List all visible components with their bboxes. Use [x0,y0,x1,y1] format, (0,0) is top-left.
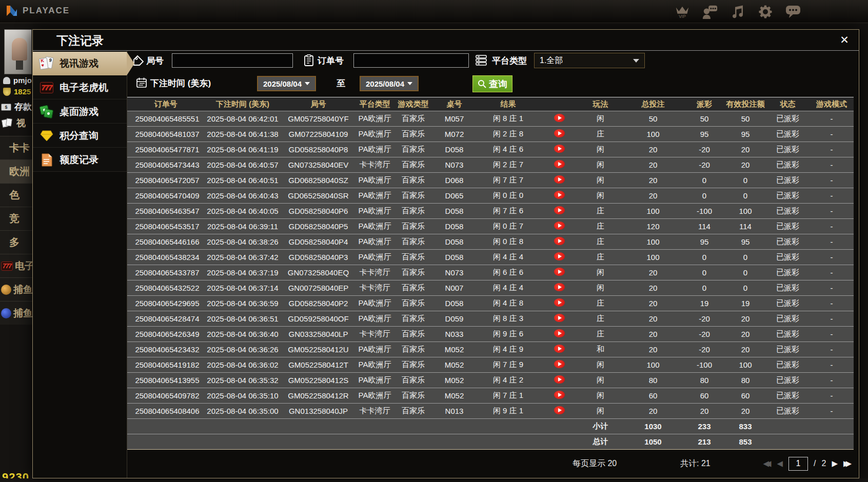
replay-play-icon[interactable] [554,360,565,368]
search-button[interactable]: 查询 [472,75,512,92]
cell-platform: PA欧洲厅 [356,204,394,219]
subtotal-payout: 233 [684,419,725,434]
replay-play-icon[interactable] [554,114,565,122]
bg-nav-kaka[interactable]: 卡卡 [0,136,33,159]
replay-play-icon[interactable] [554,268,565,276]
replay-play-icon[interactable] [554,206,565,214]
cell-bet-type: 闲 [579,188,622,204]
cell-order-id: 250804065485551 [127,111,204,127]
cell-round-id: GD058258040P8 [281,142,356,157]
deposit-fragment[interactable]: $ 存款 [1,101,32,113]
bg-nav-duo[interactable]: 多 [0,230,33,254]
tab-video-games[interactable]: 9K♥ 视讯游戏 [33,52,127,75]
replay-play-icon[interactable] [554,298,565,307]
replay-play-icon[interactable] [554,252,565,260]
pager-controls: ◀◀ ◀ 1 / 2 ▶ ▶▶ [763,451,852,476]
tab-slots[interactable]: 777 电子老虎机 [33,76,127,99]
topbar-icons: VIP [674,3,801,21]
cell-round-id: GM0522580412S [281,373,356,388]
cell-bet-time: 2025-08-04 06:41:38 [204,127,281,142]
order-id-label: 订单号 [318,55,344,67]
cell-status: 已派彩 [766,357,810,373]
bg-nav-slots[interactable]: 777 电子 [0,254,33,277]
cell-table-no: D068 [432,173,476,188]
cell-table-no: D059 [432,311,476,327]
cell-valid-bet: 20 [725,157,766,173]
table-row: 250804065477871 2025-08-04 06:41:19 GD05… [127,142,854,157]
table-row: 250804065446166 2025-08-04 06:38:26 GD05… [127,234,854,250]
last-page-icon[interactable]: ▶▶ [843,459,852,468]
replay-play-icon[interactable] [554,406,565,414]
tab-quota-records[interactable]: 额度记录 [33,148,127,172]
table-row: 250804065429695 2025-08-04 06:36:59 GD05… [127,296,854,311]
avatar[interactable] [4,29,32,74]
platform-type-dropdown[interactable]: 1.全部 [534,53,645,68]
replay-play-icon[interactable] [554,175,565,184]
cell-replay [540,250,579,265]
cell-total-bet: 100 [622,357,684,373]
first-page-icon[interactable]: ◀◀ [763,459,771,468]
cell-payout: -100 [684,204,725,219]
tab-points-query[interactable]: 积分查询 [33,124,127,148]
next-page-icon[interactable]: ▶ [832,459,838,468]
cell-game-type: 百家乐 [394,188,432,204]
table-row: 250804065423432 2025-08-04 06:36:26 GM05… [127,342,854,357]
messages-icon[interactable] [785,3,801,21]
bg-nav-fishing-1[interactable]: 捕鱼 [0,277,33,301]
bet-time-label: 下注时间 (美东) [150,77,211,89]
cell-result: 闲 7 庄 7 [476,173,540,188]
cell-platform: PA欧洲厅 [356,311,394,327]
prev-page-icon[interactable]: ◀ [777,459,783,468]
page-number-input[interactable]: 1 [788,457,808,471]
date-from-picker[interactable]: 2025/08/04 [257,76,316,91]
tab-label: 积分查询 [60,129,98,143]
table-row: 250804065419182 2025-08-04 06:36:02 GM05… [127,357,854,373]
cell-round-id: GD065258040SR [281,188,356,204]
betting-records-modal: 下注记录 ✕ 9K♥ 视讯游戏 777 电子老虎机 桌面游戏 [32,29,859,478]
replay-play-icon[interactable] [554,145,565,153]
settings-gear-icon[interactable] [757,3,774,21]
replay-play-icon[interactable] [554,375,565,384]
replay-play-icon[interactable] [554,329,565,337]
replay-play-icon[interactable] [554,191,565,199]
music-icon[interactable] [729,3,746,21]
cell-total-bet: 60 [622,388,684,404]
grand-total-bet: 1050 [622,434,684,450]
cell-payout: 0 [684,280,725,296]
cell-bet-time: 2025-08-04 06:40:51 [204,173,281,188]
app-window: PLAYACE VIP [0,0,868,482]
calendar-icon [136,77,147,88]
bg-nav-se[interactable]: 色 [0,183,33,207]
close-icon[interactable]: ✕ [837,33,852,47]
replay-play-icon[interactable] [554,314,565,322]
replay-play-icon[interactable] [554,283,565,291]
replay-play-icon[interactable] [554,345,565,353]
cell-round-id: GM0522580412T [281,357,356,373]
date-to-picker[interactable]: 2025/08/04 [360,76,419,91]
replay-play-icon[interactable] [554,222,565,230]
replay-play-icon[interactable] [554,129,565,137]
replay-play-icon[interactable] [554,237,565,245]
bg-nav-jing[interactable]: 竞 [0,207,33,230]
video-games-fragment[interactable]: 视 [2,117,26,129]
cell-payout: 0 [684,265,725,280]
table-games-icon [39,104,54,119]
cell-replay [540,296,579,311]
cell-valid-bet: 100 [725,204,766,219]
chevron-down-icon [305,82,310,85]
bg-nav-fishing-2[interactable]: 捕鱼 [0,301,33,325]
bg-nav-europe[interactable]: 欧洲 [0,159,33,183]
cell-table-no: D058 [432,219,476,234]
cell-game-type: 百家乐 [394,111,432,127]
tab-table-games[interactable]: 桌面游戏 [33,100,127,124]
balance-text: 1825 [14,87,31,96]
order-id-input[interactable] [353,53,469,68]
replay-play-icon[interactable] [554,391,565,399]
round-id-input[interactable] [172,53,293,68]
customer-service-icon[interactable] [702,3,718,21]
cell-result: 闲 9 庄 6 [476,327,540,342]
replay-play-icon[interactable] [554,160,565,168]
cell-game-mode: - [810,204,854,219]
cell-replay [540,111,579,127]
vip-icon[interactable]: VIP [674,3,691,21]
